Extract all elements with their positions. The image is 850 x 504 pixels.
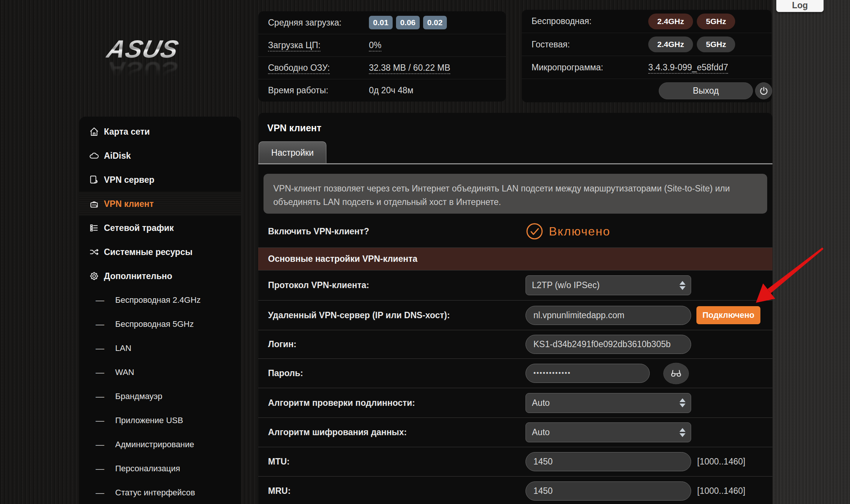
mru-row: MRU: [1000..1460] <box>258 476 772 504</box>
protocol-row: Протокол VPN-клиента: L2TP (w/o IPSec) <box>258 270 772 300</box>
tab-underline <box>258 163 772 164</box>
mru-input[interactable] <box>526 481 691 501</box>
login-row: Логин: <box>258 330 772 358</box>
dash-bullet: — <box>96 343 104 354</box>
protocol-label: Протокол VPN-клиента: <box>268 280 369 290</box>
uptime-row: Время работы: 0д 20ч 48м <box>258 79 506 102</box>
ram-label[interactable]: Свободно ОЗУ: <box>268 63 369 73</box>
load-average-badges: 0.01 0.06 0.02 <box>369 16 447 29</box>
encryption-algorithm-select[interactable]: Auto <box>526 422 691 442</box>
cpu-value[interactable]: 0% <box>369 40 381 50</box>
sidebar-subitem-interface-status[interactable]: — Статус интерфейсов <box>79 481 241 504</box>
main-content: VPN клиент Настройки VPN-клиент позволяе… <box>258 113 772 504</box>
gear-icon <box>89 270 100 282</box>
load-badge-1m: 0.01 <box>369 16 393 29</box>
vpn-client-description: VPN-клиент позволяет через сеть Интернет… <box>264 174 767 214</box>
load-badge-15m: 0.02 <box>423 16 447 29</box>
firmware-label: Микропрограмма: <box>532 62 648 73</box>
dash-bullet: — <box>96 367 104 378</box>
enable-vpn-status[interactable]: Включено <box>526 222 611 240</box>
firmware-version-link[interactable]: 3.4.3.9-099_e58fdd7 <box>648 62 728 73</box>
sidebar-item-network-map[interactable]: Карта сети <box>79 120 241 144</box>
sidebar-item-vpn-client[interactable]: VPN клиент <box>79 192 241 216</box>
sidebar-subitem-personalization[interactable]: — Персонализация <box>79 457 241 481</box>
password-input[interactable] <box>526 364 650 383</box>
wireless-5ghz-pill[interactable]: 5GHz <box>697 14 735 29</box>
mtu-range-hint: [1000..1460] <box>697 457 745 467</box>
dash-bullet: — <box>96 440 104 450</box>
enable-status-text: Включено <box>549 225 611 238</box>
connected-status-button[interactable]: Подключено <box>696 306 760 324</box>
mtu-input[interactable] <box>526 452 691 471</box>
protocol-select[interactable]: L2TP (w/o IPSec) <box>526 275 691 295</box>
enable-vpn-label: Включить VPN-клиент? <box>268 226 369 237</box>
sidebar: Карта сети AiDisk VPN сервер VPN клиент … <box>79 117 241 504</box>
sidebar-subitem-lan[interactable]: — LAN <box>79 336 241 360</box>
cpu-label[interactable]: Загрузка ЦП: <box>268 40 369 50</box>
show-password-button[interactable] <box>663 363 689 384</box>
login-input[interactable] <box>526 335 691 354</box>
dash-bullet: — <box>96 392 104 402</box>
wireless-label: Беспроводная: <box>532 16 648 26</box>
reboot-button[interactable] <box>755 82 772 99</box>
asus-logo: ASUS ASUS <box>108 35 221 85</box>
cpu-row: Загрузка ЦП: 0% <box>258 34 506 56</box>
sidebar-subitem-administration[interactable]: — Администрирование <box>79 433 241 457</box>
guest-24ghz-pill[interactable]: 2.4GHz <box>648 36 693 52</box>
dash-bullet: — <box>96 416 104 426</box>
chevron-updown-icon <box>679 398 685 407</box>
enable-vpn-row: Включить VPN-клиент? Включено <box>258 215 772 247</box>
vpn-server-icon <box>89 174 100 185</box>
auth-algorithm-label: Алгоритм проверки подлинности: <box>268 398 415 408</box>
sidebar-item-aidisk[interactable]: AiDisk <box>79 144 241 168</box>
vpn-client-icon <box>89 198 100 209</box>
tab-settings[interactable]: Настройки <box>259 141 326 164</box>
vpn-client-form: Включить VPN-клиент? Включено Основные н… <box>258 215 772 504</box>
home-icon <box>89 126 100 137</box>
load-badge-5m: 0.06 <box>396 16 420 29</box>
mtu-label: MTU: <box>268 457 289 467</box>
log-button[interactable]: Log <box>776 0 824 12</box>
auth-algorithm-select[interactable]: Auto <box>526 393 691 413</box>
firmware-row: Микропрограмма: 3.4.3.9-099_e58fdd7 <box>522 56 772 79</box>
auth-algorithm-row: Алгоритм проверки подлинности: Auto <box>258 388 772 417</box>
wireless-row: Беспроводная: 2.4GHz 5GHz <box>522 10 772 33</box>
wireless-24ghz-pill[interactable]: 2.4GHz <box>648 14 693 29</box>
glasses-icon <box>670 367 682 380</box>
password-label: Пароль: <box>268 368 303 378</box>
guest-5ghz-pill[interactable]: 5GHz <box>697 36 735 52</box>
dash-bullet: — <box>96 464 104 474</box>
sidebar-item-network-traffic[interactable]: Сетевой трафик <box>79 216 241 240</box>
encryption-algorithm-label: Алгоритм шифрования данных: <box>268 427 407 437</box>
sidebar-item-advanced[interactable]: Дополнительно <box>79 264 241 288</box>
page: Log ASUS ASUS Средняя загрузка: 0.01 0.0… <box>0 0 850 504</box>
mru-label: MRU: <box>268 486 291 496</box>
ram-value[interactable]: 32.38 MB / 60.22 MB <box>369 63 450 73</box>
sidebar-item-vpn-server[interactable]: VPN сервер <box>79 168 241 192</box>
uptime-label: Время работы: <box>268 85 369 96</box>
sidebar-subitem-firewall[interactable]: — Брандмауэр <box>79 384 241 408</box>
power-icon <box>759 86 769 96</box>
sidebar-subitem-usb-app[interactable]: — Приложение USB <box>79 408 241 433</box>
login-label: Логин: <box>268 339 296 349</box>
dash-bullet: — <box>96 295 104 305</box>
sidebar-subitem-wireless-24[interactable]: — Беспроводная 2.4GHz <box>79 288 241 312</box>
sidebar-subitem-wireless-5[interactable]: — Беспроводная 5GHz <box>79 312 241 336</box>
remote-server-label: Удаленный VPN-сервер (IP или DNS-хост): <box>268 310 450 320</box>
logout-row: Выход <box>522 79 772 102</box>
remote-server-row: Удаленный VPN-сервер (IP или DNS-хост): … <box>258 300 772 330</box>
logout-button[interactable]: Выход <box>659 82 753 99</box>
mru-range-hint: [1000..1460] <box>697 486 745 496</box>
guest-label: Гостевая: <box>532 39 648 50</box>
ram-row: Свободно ОЗУ: 32.38 MB / 60.22 MB <box>258 56 506 79</box>
remote-server-input[interactable] <box>526 306 691 325</box>
encryption-algorithm-row: Алгоритм шифрования данных: Auto <box>258 417 772 447</box>
sidebar-item-system-resources[interactable]: Системные ресурсы <box>79 240 241 264</box>
mtu-row: MTU: [1000..1460] <box>258 447 772 476</box>
chevron-updown-icon <box>679 281 685 290</box>
sidebar-subitem-wan[interactable]: — WAN <box>79 360 241 384</box>
guest-row: Гостевая: 2.4GHz 5GHz <box>522 33 772 56</box>
shuffle-icon <box>89 246 100 258</box>
chevron-updown-icon <box>679 428 685 437</box>
cloud-icon <box>89 150 100 161</box>
